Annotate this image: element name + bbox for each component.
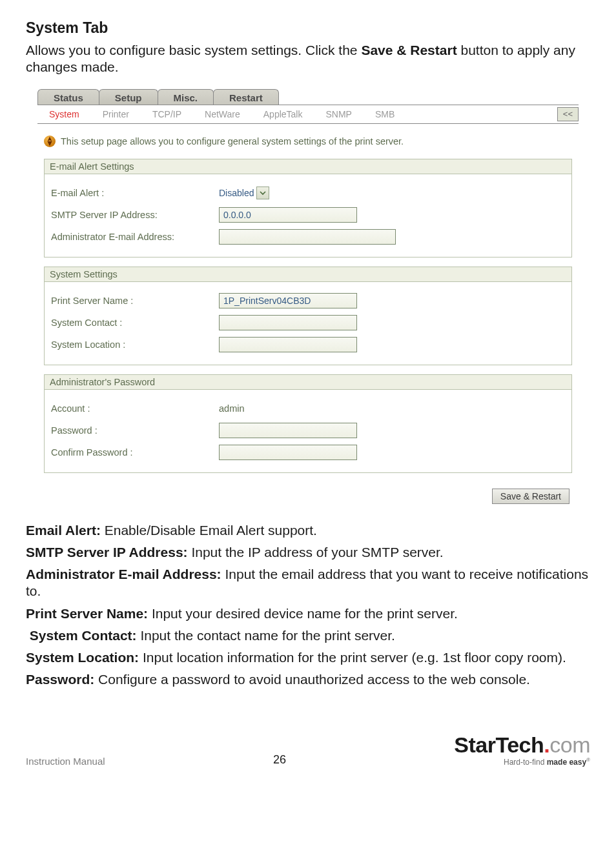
page-number: 26 (105, 753, 455, 767)
subtab-tcpip[interactable]: TCP/IP (141, 109, 193, 119)
def-system-location-text: Input location information for the print… (139, 650, 566, 665)
smtp-label: SMTP Server IP Address: (51, 210, 219, 220)
account-label: Account : (51, 403, 219, 414)
section-system-settings: System Settings Print Server Name : Syst… (44, 267, 572, 365)
def-password-label: Password: (26, 672, 94, 687)
def-psn-label: Print Server Name: (26, 606, 148, 621)
footer-left: Instruction Manual (26, 756, 105, 767)
system-location-label: System Location : (51, 339, 219, 350)
section-system-head: System Settings (45, 267, 571, 282)
smtp-input[interactable] (219, 207, 357, 223)
admin-email-input[interactable] (219, 229, 396, 245)
tab-setup[interactable]: Setup (99, 89, 158, 105)
tab-restart[interactable]: Restart (213, 89, 279, 105)
save-and-restart-button[interactable]: Save & Restart (492, 489, 570, 504)
def-email-alert-text: Enable/Disable Email Alert support. (101, 523, 317, 538)
chevron-down-icon[interactable] (256, 187, 269, 199)
sub-tab-row: System Printer TCP/IP NetWare AppleTalk … (37, 105, 579, 124)
intro-bold: Save & Restart (361, 43, 457, 57)
psn-input[interactable] (219, 293, 357, 308)
system-contact-label: System Contact : (51, 318, 219, 328)
tagline-pre: Hard-to-find (504, 758, 547, 767)
section-admin-password: Administrator's Password Account : admin… (44, 374, 572, 473)
subtab-collapse-button[interactable]: << (557, 107, 579, 121)
info-text: This setup page allows you to configure … (61, 136, 404, 146)
admin-email-label: Administrator E-mail Address: (51, 232, 219, 242)
section-admin-password-head: Administrator's Password (45, 375, 571, 390)
subtab-snmp[interactable]: SNMP (314, 109, 363, 119)
logo-dot-icon: . (544, 732, 549, 757)
page-footer: Instruction Manual 26 StarTech.com Hard-… (26, 734, 590, 767)
def-psn: Print Server Name: Input your desired de… (26, 605, 590, 622)
subtab-system[interactable]: System (37, 109, 91, 119)
def-system-contact: System Contact: Input the contact name f… (26, 627, 590, 644)
account-value: admin (219, 403, 245, 414)
info-line: This setup page allows you to configure … (44, 136, 572, 147)
password-input[interactable] (219, 423, 357, 438)
def-system-contact-text: Input the contact name for the print ser… (137, 628, 395, 643)
def-admin-email: Administrator E-mail Address: Input the … (26, 566, 590, 600)
intro-pre: Allows you to configure basic system set… (26, 43, 361, 57)
system-location-input[interactable] (219, 337, 357, 352)
def-smtp-label: SMTP Server IP Address: (26, 545, 188, 560)
email-alert-value: Disabled (219, 188, 254, 198)
info-icon (44, 136, 56, 147)
section-email-alert: E-mail Alert Settings E-mail Alert : Dis… (44, 159, 572, 257)
top-tab-row: Status Setup Misc. Restart (37, 85, 579, 105)
subtab-netware[interactable]: NetWare (193, 109, 252, 119)
section-title: System Tab (26, 19, 590, 37)
brand-logo: StarTech.com Hard-to-find made easy® (454, 734, 590, 767)
def-system-contact-label: System Contact: (30, 628, 137, 643)
subtab-printer[interactable]: Printer (91, 109, 141, 119)
def-password: Password: Configure a password to avoid … (26, 671, 590, 688)
def-email-alert-label: Email Alert: (26, 523, 101, 538)
def-password-text: Configure a password to avoid unauthoriz… (94, 672, 530, 687)
def-psn-text: Input your desired device name for the p… (148, 606, 458, 621)
def-admin-email-label: Administrator E-mail Address: (26, 567, 221, 581)
password-label: Password : (51, 425, 219, 436)
tab-status[interactable]: Status (37, 89, 99, 105)
tagline-bold: made easy (547, 758, 586, 767)
def-smtp-text: Input the IP address of your SMTP server… (188, 545, 444, 560)
intro-paragraph: Allows you to configure basic system set… (26, 42, 590, 76)
email-alert-dropdown[interactable]: Disabled (219, 187, 269, 199)
def-system-location: System Location: Input location informat… (26, 649, 590, 666)
email-alert-label: E-mail Alert : (51, 188, 219, 198)
def-system-location-label: System Location: (26, 650, 139, 665)
confirm-password-label: Confirm Password : (51, 447, 219, 458)
logo-main: StarTech (454, 732, 544, 757)
logo-com: com (549, 732, 590, 757)
brand-tagline: Hard-to-find made easy® (454, 757, 590, 767)
def-smtp: SMTP Server IP Address: Input the IP add… (26, 544, 590, 561)
subtab-smb[interactable]: SMB (364, 109, 406, 119)
psn-label: Print Server Name : (51, 296, 219, 306)
tab-misc[interactable]: Misc. (158, 89, 214, 105)
subtab-appletalk[interactable]: AppleTalk (252, 109, 314, 119)
section-email-alert-head: E-mail Alert Settings (45, 159, 571, 174)
confirm-password-input[interactable] (219, 445, 357, 460)
registered-icon: ® (586, 757, 590, 763)
system-contact-input[interactable] (219, 315, 357, 330)
def-email-alert: Email Alert: Enable/Disable Email Alert … (26, 522, 590, 539)
setup-screenshot: Status Setup Misc. Restart System Printe… (37, 85, 579, 513)
